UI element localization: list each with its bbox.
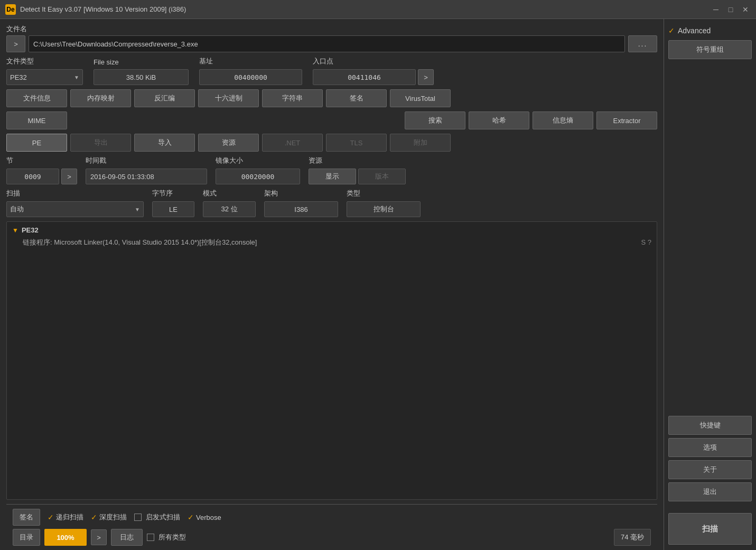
- bottom-arrow-button[interactable]: >: [91, 529, 107, 545]
- resource-button[interactable]: 资源: [198, 134, 259, 152]
- shortcuts-button[interactable]: 快捷键: [668, 416, 752, 435]
- file-type-group: 文件类型 PE32 ▼: [6, 57, 83, 85]
- extractor-button[interactable]: Extractor: [596, 111, 657, 129]
- result-group-title: PE32: [22, 226, 39, 234]
- sections-label: 节: [6, 156, 77, 165]
- exit-button[interactable]: 退出: [668, 482, 752, 501]
- file-type-dropdown[interactable]: PE32 ▼: [6, 69, 83, 85]
- tls-button[interactable]: TLS: [326, 134, 387, 152]
- timestamp-group: 时间戳 2016-09-05 01:33:08: [86, 156, 207, 184]
- signatures-button[interactable]: 签名: [326, 89, 387, 107]
- verbose-checkbox[interactable]: ✓ Verbose: [188, 513, 221, 521]
- type-value: 控制台: [347, 201, 421, 217]
- recursive-checkbox[interactable]: ✓ 递归扫描: [48, 512, 83, 522]
- sections-group: 节 0009 >: [6, 156, 77, 184]
- scan-group: 扫描 自动 ▼: [6, 189, 144, 217]
- right-spacer: [668, 62, 752, 413]
- browse-button[interactable]: ...: [628, 35, 657, 52]
- close-button[interactable]: ✕: [740, 4, 751, 15]
- mime-button[interactable]: MIME: [6, 111, 67, 129]
- timestamp-value: 2016-09-05 01:33:08: [86, 169, 207, 184]
- hex-button[interactable]: 十六进制: [198, 89, 259, 107]
- dropdown-arrow-icon: ▼: [74, 74, 79, 80]
- export-button[interactable]: 导出: [70, 134, 131, 152]
- resource-btn-row: 显示 版本: [309, 169, 406, 184]
- advanced-label: Advanced: [678, 26, 711, 35]
- disasm-button[interactable]: 反汇编: [134, 89, 195, 107]
- arch-label: 架构: [264, 189, 338, 198]
- base-addr-label: 基址: [199, 57, 302, 66]
- scan-dropdown-arrow-icon: ▼: [135, 207, 140, 212]
- window-title: Detect It Easy v3.07 [Windows 10 Version…: [20, 5, 711, 13]
- sections-arrow-button[interactable]: >: [61, 169, 77, 184]
- image-size-label: 镜像大小: [216, 156, 300, 165]
- filename-label: 文件名: [6, 24, 657, 34]
- pe-row: PE 导出 导入 资源 .NET TLS 附加: [6, 134, 657, 152]
- about-button[interactable]: 关于: [668, 460, 752, 479]
- byte-order-group: 字节序 LE: [152, 189, 194, 217]
- entry-point-arrow-button[interactable]: >: [418, 69, 434, 85]
- pe-button[interactable]: PE: [6, 134, 67, 152]
- type-group: 类型 控制台: [347, 189, 421, 217]
- hash-button[interactable]: 哈希: [469, 111, 529, 129]
- bottom-bar: 签名 ✓ 递归扫描 ✓ 深度扫描 启发式扫描 ✓ Verbose: [6, 504, 657, 550]
- titlebar: De Detect It Easy v3.07 [Windows 10 Vers…: [0, 0, 756, 19]
- arch-value: I386: [264, 201, 338, 217]
- minimize-button[interactable]: ─: [711, 4, 721, 15]
- show-button[interactable]: 显示: [309, 169, 356, 184]
- advanced-row: ✓ Advanced: [668, 24, 752, 37]
- dotnet-button[interactable]: .NET: [262, 134, 323, 152]
- bottom-row-2: 目录 100% > 日志 所有类型 74 毫秒: [13, 529, 651, 546]
- entry-point-row: 00411046 >: [313, 69, 434, 85]
- virustotal-button[interactable]: VirusTotal: [390, 89, 451, 107]
- file-info-row: 文件类型 PE32 ▼ File size 38.50 KiB 基址 00400…: [6, 57, 657, 85]
- sections-value-row: 0009 >: [6, 169, 77, 184]
- result-toggle-icon[interactable]: ▼: [12, 227, 18, 234]
- import-button[interactable]: 导入: [134, 134, 195, 152]
- deep-scan-checkbox[interactable]: ✓ 深度扫描: [91, 512, 127, 522]
- entry-point-label: 入口点: [313, 57, 434, 66]
- scan-big-button[interactable]: 扫描: [668, 513, 752, 545]
- entry-point-value: 00411046: [313, 69, 416, 85]
- resource-group: 资源 显示 版本: [309, 156, 406, 184]
- append-button[interactable]: 附加: [390, 134, 451, 152]
- main-content: 文件名 > ... 文件类型 PE32 ▼ File size 38.50 Ki…: [0, 19, 756, 550]
- resource-label: 资源: [309, 156, 406, 165]
- maximize-button[interactable]: □: [725, 4, 736, 15]
- filepath-row: > ...: [6, 35, 657, 52]
- entropy-button[interactable]: 信息熵: [533, 111, 593, 129]
- image-size-value: 00020000: [216, 169, 300, 184]
- all-types-checkbox[interactable]: 所有类型: [147, 533, 186, 542]
- progress-button[interactable]: 100%: [44, 529, 87, 546]
- strings-button[interactable]: 字符串: [262, 89, 323, 107]
- byte-order-label: 字节序: [152, 189, 194, 198]
- version-button[interactable]: 版本: [358, 169, 406, 184]
- timestamp-label: 时间戳: [86, 156, 207, 165]
- entry-point-group: 入口点 00411046 >: [313, 57, 434, 85]
- symbol-regroup-button[interactable]: 符号重组: [668, 40, 752, 59]
- search-button[interactable]: 搜索: [405, 111, 465, 129]
- arch-group: 架构 I386: [264, 189, 338, 217]
- file-type-label: 文件类型: [6, 57, 83, 66]
- directory-button[interactable]: 目录: [13, 529, 40, 546]
- window-controls: ─ □ ✕: [711, 4, 751, 15]
- log-button[interactable]: 日志: [111, 529, 143, 546]
- heuristic-checkbox[interactable]: 启发式扫描: [134, 512, 180, 522]
- bottom-row-1: 签名 ✓ 递归扫描 ✓ 深度扫描 启发式扫描 ✓ Verbose: [13, 509, 651, 526]
- sections-row: 节 0009 > 时间戳 2016-09-05 01:33:08 镜像大小 00…: [6, 156, 657, 184]
- type-label: 类型: [347, 189, 421, 198]
- filename-section: 文件名 > ...: [6, 24, 657, 52]
- scan-row: 扫描 自动 ▼ 字节序 LE 模式 32 位 架构 I386 类型 控制台: [6, 189, 657, 217]
- app-icon: De: [5, 4, 16, 15]
- file-size-label: File size: [94, 58, 189, 66]
- filepath-input[interactable]: [29, 35, 625, 52]
- scan-dropdown[interactable]: 自动 ▼: [6, 201, 144, 217]
- filepath-arrow-button[interactable]: >: [6, 35, 25, 52]
- sign-button[interactable]: 签名: [13, 509, 40, 526]
- memory-map-button[interactable]: 内存映射: [70, 89, 131, 107]
- base-addr-group: 基址 00400000: [199, 57, 302, 85]
- file-info-button[interactable]: 文件信息: [6, 89, 67, 107]
- left-panel: 文件名 > ... 文件类型 PE32 ▼ File size 38.50 Ki…: [0, 19, 664, 550]
- result-suffix: S ?: [641, 237, 651, 248]
- options-button[interactable]: 选项: [668, 438, 752, 457]
